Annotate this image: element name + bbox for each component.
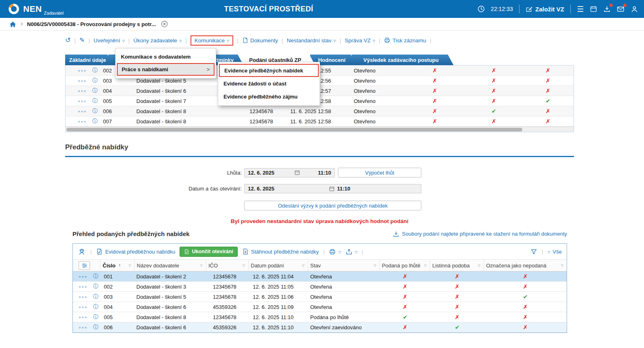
table-row[interactable]: ∘∘∘ ⓘ 007 Dodavatel - školení 8 12345678… <box>66 116 574 127</box>
row-menu-icon[interactable]: ∘∘∘ <box>78 119 87 124</box>
menu-item-prace-s-nabidkami[interactable]: Práce s nabídkami > <box>117 63 215 76</box>
table-row[interactable]: ∘∘∘ ⓘ 005 Dodavatel - školení 8 12345678… <box>73 312 567 322</box>
toolbar-uverejneni[interactable]: Uveřejnění▽ <box>94 37 125 44</box>
calc-deadlines-button[interactable]: Výpočet lhůt <box>338 168 421 177</box>
table-row[interactable]: ∘∘∘ ⓘ 003 Dodavatel - školení 5 12345678… <box>73 292 567 302</box>
row-menu-icon[interactable]: ∘∘∘ <box>79 295 88 299</box>
document-check-icon <box>184 249 189 254</box>
opening-datetime-input[interactable]: 12. 6. 2025 11:10 <box>244 184 421 193</box>
divider: | <box>362 249 363 255</box>
column-header-ico[interactable]: IČO▽ <box>206 260 249 271</box>
row-menu-icon[interactable]: ∘∘∘ <box>79 274 88 279</box>
column-header-stav[interactable]: Stav▽ <box>308 260 380 271</box>
print-button[interactable]: ▽ <box>329 248 341 255</box>
row-menu-icon[interactable]: ∘∘∘ <box>78 79 87 83</box>
cell-flag-1: ✗ <box>404 77 465 84</box>
row-menu-icon[interactable]: ∘∘∘ <box>79 315 88 320</box>
column-header-nazev[interactable]: Název dodavatele▽ <box>135 260 206 271</box>
toolbar-nestandardni-stav[interactable]: Nestandardní stav▽ <box>287 37 336 44</box>
column-header-cislo[interactable]: Číslo ↑ ▽ <box>101 260 135 271</box>
opening-date-input[interactable]: 12. 6. 2025 <box>245 186 329 192</box>
record-offer-button[interactable]: Evidovat předběžnou nabídku <box>96 248 175 255</box>
submenu-item-evidence-zadosti-o-ucast[interactable]: Evidence žádostí o účast <box>219 77 319 90</box>
toolbar-sprava-vz[interactable]: Správa VZ▽ <box>345 37 375 44</box>
user-icon[interactable] <box>631 5 638 13</box>
nen-logo[interactable]: NEN Zadavatel <box>7 0 64 18</box>
column-header-oznacena-jako-nepodana[interactable]: Označena jako nepodaná▽ <box>484 260 567 271</box>
row-menu-icon[interactable]: ∘∘∘ <box>79 285 88 289</box>
deadline-datetime-input[interactable]: 12. 6. 2025 11:10 <box>244 168 335 177</box>
tab-vysledek[interactable]: Výsledek zadávacího postupu <box>352 55 453 65</box>
filter-chevron-icon[interactable]: ▽ <box>424 264 427 267</box>
info-icon[interactable]: ⓘ <box>93 273 99 280</box>
watchdog-icon[interactable] <box>78 247 86 256</box>
row-menu-icon[interactable]: ∘∘∘ <box>79 305 88 309</box>
column-settings-icon[interactable] <box>79 261 90 270</box>
send-invitation-button[interactable]: Odeslání výzvy k podání předběžných nabí… <box>244 201 421 210</box>
row-menu-icon[interactable]: ∘∘∘ <box>78 109 87 114</box>
info-icon[interactable]: ⓘ <box>93 283 99 290</box>
filter-chevron-icon[interactable]: ▽ <box>129 264 131 267</box>
home-icon[interactable] <box>9 20 17 28</box>
cell-flag-3: ✗ <box>522 77 574 84</box>
info-icon[interactable]: ⓘ <box>93 324 99 331</box>
hamburger-menu-icon[interactable]: ☰ <box>577 4 584 14</box>
calendar-icon[interactable] <box>294 170 300 175</box>
cell-ico: 12345678 <box>206 314 249 320</box>
info-icon[interactable]: ⓘ <box>93 313 99 321</box>
undo-icon[interactable]: ↺ <box>65 37 70 44</box>
breadcrumb-record[interactable]: N006/25/V00005438 - Provozování prodejny… <box>27 21 156 27</box>
filter-icon[interactable] <box>530 248 537 255</box>
cell-not-submitted-flag: ✔ <box>484 293 567 300</box>
finish-opening-button[interactable]: Ukončit otevírání <box>180 247 237 257</box>
toolbar-tisk-zaznamu[interactable]: Tisk záznamu <box>384 37 426 44</box>
table-row[interactable]: ∘∘∘ ⓘ 004 Dodavatel - školení 6 45359326… <box>73 302 567 312</box>
column-header-listinna-podoba[interactable]: Listinná podoba▽ <box>430 260 484 271</box>
filter-chevron-icon[interactable]: ▽ <box>561 264 563 267</box>
row-menu-icon[interactable]: ∘∘∘ <box>78 99 87 103</box>
filter-chevron-icon[interactable]: ▽ <box>302 264 304 267</box>
toolbar-komunikace[interactable]: Komunikace▽ <box>191 35 233 46</box>
create-vz-button[interactable]: Založit VZ <box>526 6 564 13</box>
horizontal-scrollbar[interactable] <box>66 127 574 132</box>
cell-submission-date: 12. 6. 2025 11:06 <box>249 294 308 300</box>
filter-chevron-icon[interactable]: ▽ <box>200 264 203 267</box>
close-icon[interactable] <box>161 20 168 28</box>
calendar-icon[interactable] <box>329 186 335 192</box>
filter-chevron-icon[interactable]: ▽ <box>243 264 245 267</box>
table-row[interactable]: ∘∘∘ ⓘ 006 Dodavatel - školení 8 12345678… <box>66 106 574 116</box>
menu-item-komunikace-s-dodavatelem[interactable]: Komunikace s dodavatelem <box>117 50 215 63</box>
column-header-datum[interactable]: Datum podání▽ <box>249 260 308 271</box>
deadline-date-input[interactable]: 12. 6. 2025 <box>245 170 294 176</box>
export-button[interactable]: ▽ <box>346 248 357 255</box>
toolbar-ukony-zadavatele[interactable]: Úkony zadavatele▽ <box>134 37 182 44</box>
calendar-icon[interactable] <box>590 5 597 13</box>
cell-status: Otevřeno <box>343 88 404 94</box>
table-row[interactable]: ∘∘∘ ⓘ 006 Dodavatel - školení 6 45359326… <box>73 322 567 333</box>
opening-time-input[interactable]: 11:10 <box>337 186 350 192</box>
table-row[interactable]: ∘∘∘ ⓘ 001 Dodavatel - školení 2 12345678… <box>73 271 567 282</box>
filter-chevron-icon[interactable]: ▽ <box>374 264 376 267</box>
table-row[interactable]: ∘∘∘ ⓘ 002 Dodavatel - školení 3 12345678… <box>73 282 567 292</box>
messages-icon[interactable] <box>617 5 624 13</box>
download-note-link[interactable]: Soubory podání najdete připravené ke sta… <box>393 231 567 237</box>
tab-zakladni-udaje[interactable]: Základní údaje <box>65 55 113 65</box>
row-menu-icon[interactable]: ∘∘∘ <box>78 68 87 73</box>
cell-flag-2: ✗ <box>465 118 522 125</box>
offers-table-header: Číslo ↑ ▽ Název dodavatele▽ IČO▽ Datum p… <box>73 259 567 271</box>
scrollbar-thumb[interactable] <box>66 128 522 131</box>
pencil-icon[interactable]: ✎ <box>79 37 85 44</box>
filter-chevron-icon[interactable]: ▽ <box>478 264 480 267</box>
row-menu-icon[interactable]: ∘∘∘ <box>79 325 88 330</box>
deadline-time-input[interactable]: 11:10 <box>318 170 331 176</box>
download-offers-button[interactable]: Stáhnout předběžné nabídky <box>242 248 319 255</box>
toolbar-dokumenty[interactable]: Dokumenty <box>242 37 278 44</box>
filter-all-selector[interactable]: ▽ Vše <box>548 249 562 255</box>
row-menu-icon[interactable]: ∘∘∘ <box>78 89 87 93</box>
downloads-icon[interactable] <box>603 5 611 13</box>
submenu-item-evidence-predbezneho-zajmu[interactable]: Evidence předběžného zájmu <box>219 90 319 103</box>
info-icon[interactable]: ⓘ <box>93 293 99 300</box>
submenu-item-evidence-predbeznych-nabidek[interactable]: Evidence předběžných nabídek <box>219 64 319 77</box>
column-header-podana-po-lhute[interactable]: Podaná po lhůtě▽ <box>380 260 430 271</box>
info-icon[interactable]: ⓘ <box>93 303 99 311</box>
